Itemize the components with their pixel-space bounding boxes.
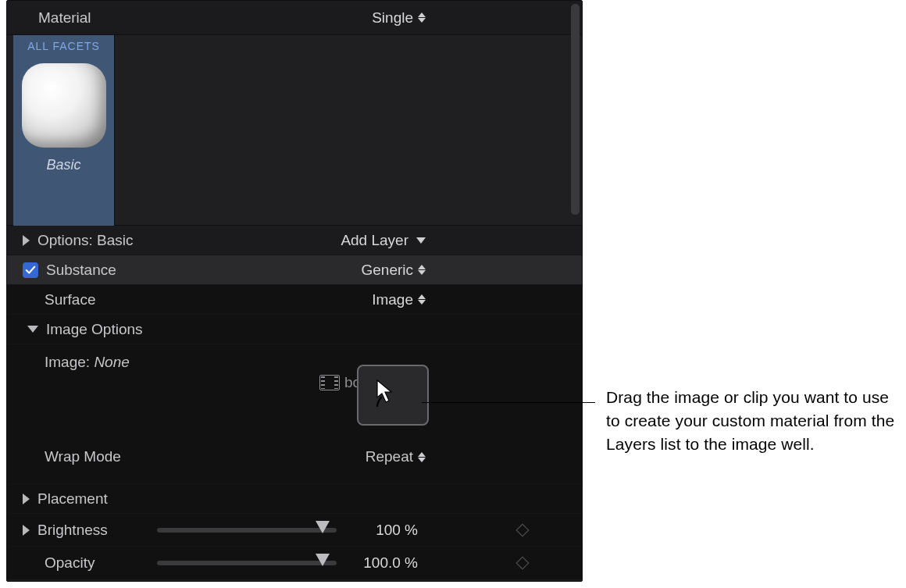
add-layer-label: Add Layer xyxy=(341,232,408,249)
image-label-text: Image: xyxy=(45,354,90,370)
surface-row: Surface Image xyxy=(7,285,582,315)
facet-area: ALL FACETS Basic xyxy=(7,35,582,226)
scrollbar[interactable] xyxy=(571,4,580,574)
chevron-down-icon xyxy=(416,237,426,244)
facet-tab-label: ALL FACETS xyxy=(13,35,114,55)
surface-value-text: Image xyxy=(372,291,413,308)
add-layer-menu[interactable]: Add Layer xyxy=(341,232,426,249)
image-options-label: Image Options xyxy=(46,321,143,338)
updown-icon xyxy=(418,452,426,462)
image-well-row: Image: None xyxy=(7,344,582,371)
slider-thumb-icon[interactable] xyxy=(316,554,330,566)
keyframe-icon[interactable] xyxy=(516,523,530,536)
updown-icon xyxy=(418,294,426,305)
surface-label: Surface xyxy=(45,291,95,308)
cursor-icon xyxy=(373,379,398,411)
facet-preview-icon xyxy=(22,63,106,148)
brightness-slider[interactable] xyxy=(157,528,337,533)
image-options-body: Image: None bozeman Wrap Mode R xyxy=(7,344,582,484)
material-row: Material Single xyxy=(7,1,582,35)
brightness-value[interactable]: 100 % xyxy=(376,522,418,539)
substance-value-select[interactable]: Generic xyxy=(361,262,426,279)
placement-row: Placement xyxy=(7,484,582,514)
surface-value-select[interactable]: Image xyxy=(372,291,426,308)
image-value-none: None xyxy=(94,354,129,370)
updown-icon xyxy=(418,265,426,275)
opacity-slider[interactable] xyxy=(157,561,337,565)
substance-value-text: Generic xyxy=(361,262,413,279)
disclosure-down-icon[interactable] xyxy=(27,326,38,333)
wrap-mode-select[interactable]: Repeat xyxy=(366,448,426,465)
material-value-select[interactable]: Single xyxy=(372,9,426,27)
material-label: Material xyxy=(38,9,91,27)
callout-text: Drag the image or clip you want to use t… xyxy=(606,386,895,455)
disclosure-right-icon[interactable] xyxy=(23,235,30,246)
opacity-value[interactable]: 100.0 % xyxy=(363,554,418,572)
facet-thumb-selected[interactable]: ALL FACETS Basic xyxy=(13,35,115,226)
opacity-row: Opacity 100.0 % xyxy=(7,547,582,579)
updown-icon xyxy=(418,12,426,23)
placement-label: Placement xyxy=(37,490,108,508)
image-well-wrap: bozeman xyxy=(7,371,582,441)
substance-label: Substance xyxy=(46,262,116,279)
slider-thumb-icon[interactable] xyxy=(316,521,330,533)
callout-leader-line xyxy=(422,402,595,403)
brightness-label: Brightness xyxy=(37,522,108,539)
material-value-text: Single xyxy=(372,9,413,27)
substance-checkbox[interactable] xyxy=(23,262,38,278)
wrap-mode-label: Wrap Mode xyxy=(45,448,121,465)
clip-icon xyxy=(319,375,340,390)
substance-row: Substance Generic xyxy=(7,255,582,285)
opacity-label: Opacity xyxy=(45,554,95,572)
facet-name-label: Basic xyxy=(46,157,80,173)
options-row: Options: Basic Add Layer xyxy=(7,226,582,255)
options-label: Options: Basic xyxy=(37,232,134,249)
keyframe-icon[interactable] xyxy=(516,557,530,570)
wrap-mode-row: Wrap Mode Repeat xyxy=(7,441,582,472)
wrap-mode-value-text: Repeat xyxy=(366,448,413,465)
inspector-panel: Material Single ALL FACETS Basic Options… xyxy=(6,0,583,582)
disclosure-right-icon[interactable] xyxy=(23,525,30,536)
image-options-row: Image Options xyxy=(7,315,582,344)
scroll-thumb[interactable] xyxy=(571,4,580,215)
image-label-group: Image: None xyxy=(45,354,130,371)
disclosure-right-icon[interactable] xyxy=(23,494,30,504)
brightness-row: Brightness 100 % xyxy=(7,514,582,547)
